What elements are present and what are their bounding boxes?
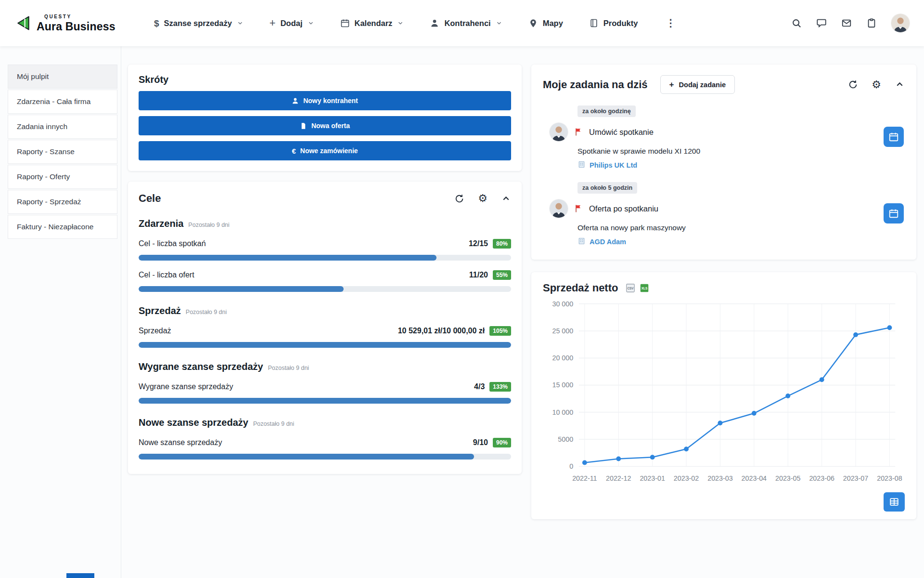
brand-top-label: QUESTY [44,14,116,19]
main-area: Skróty Nowy kontrahent Nowa oferta € Now… [121,46,924,578]
new-contractor-button[interactable]: Nowy kontrahent [139,91,511,110]
goal-section-remaining: Pozostało 9 dni [253,420,294,427]
goal-row: Wygrane szanse sprzedaży 4/3 133% [139,382,511,404]
nav-item-mapy[interactable]: Mapy [528,18,563,28]
sidebar-item-raporty-oferty[interactable]: Raporty - Oferty [8,165,117,189]
brand-logo[interactable]: QUESTY Aura Business [14,14,138,32]
task-company-link[interactable]: Philips UK Ltd [578,160,637,170]
main-nav: $ Szanse sprzedaży + Dodaj Kalendarz [154,17,678,29]
goal-section-remaining: Pozostało 9 dni [188,222,229,228]
goal-label: Cel - liczba ofert [139,271,194,279]
settings-gear-icon[interactable]: ⚙ [872,79,881,90]
calendar-icon [340,18,350,28]
navbar-tools [791,14,910,32]
new-order-button[interactable]: € Nowe zamówienie [139,141,511,160]
sidebar-item-zdarzenia-cala-firma[interactable]: Zdarzenia - Cała firma [8,90,117,114]
collapse-chevron-icon[interactable] [501,194,511,204]
svg-text:2023-03: 2023-03 [707,474,733,482]
chevron-down-icon [397,20,404,26]
sidebar-item-label: Mój pulpit [17,72,49,81]
button-label: Dodaj zadanie [679,81,726,89]
company-name: Philips UK Ltd [590,161,637,169]
nav-item-label: Kontrahenci [444,19,490,28]
task-calendar-button[interactable] [884,203,904,223]
csv-export-icon[interactable]: CSV [625,283,636,293]
svg-text:CSV: CSV [628,287,634,290]
sidebar-item-label: Zdarzenia - Cała firma [17,97,90,106]
clipboard-icon[interactable] [866,18,877,28]
progress-bar [139,342,511,348]
sidebar-item-label: Raporty - Sprzedaż [17,197,81,206]
svg-text:XLS: XLS [642,287,648,290]
page-content: Mój pulpit Zdarzenia - Cała firma Zadani… [0,46,924,578]
refresh-icon[interactable] [454,194,464,204]
search-icon[interactable] [791,18,802,28]
goal-percent-badge: 133% [489,382,511,392]
shortcuts-title: Skróty [139,74,511,85]
add-task-button[interactable]: + Dodaj zadanie [660,75,735,94]
company-name: AGD Adam [590,238,626,246]
nav-item-kontrahenci[interactable]: Kontrahenci [430,18,502,28]
goal-row: Nowe szanse sprzedaży 9/10 90% [139,438,511,460]
goal-value: 12/15 [469,239,488,248]
sidebar-item-label: Faktury - Niezapłacone [17,223,93,231]
sales-chart: 0500010 00015 00020 00025 00030 0002022-… [543,296,905,490]
goals-title: Cele [139,192,161,205]
nav-item-dodaj[interactable]: + Dodaj [270,18,314,28]
person-icon [430,18,439,28]
goal-value: 10 529,01 zł/10 000,00 zł [398,327,485,335]
goal-value: 4/3 [474,382,485,391]
new-offer-button[interactable]: Nowa oferta [139,116,511,135]
sidebar-item-raporty-szanse[interactable]: Raporty - Szanse [8,140,117,164]
goal-percent-badge: 90% [493,438,511,447]
refresh-icon[interactable] [848,79,858,90]
sidebar-item-label: Zadania innych [17,122,67,131]
chat-icon[interactable] [816,18,827,28]
task-title[interactable]: Oferta po spotkaniu [589,204,658,213]
svg-text:2023-08: 2023-08 [877,474,902,482]
task-time-badge: za około godzinę [578,105,636,117]
document-icon [300,122,307,130]
goal-row: Sprzedaż 10 529,01 zł/10 000,00 zł 105% [139,326,511,348]
task-assignee-avatar [550,199,568,218]
goal-row: Cel - liczba ofert 11/20 55% [139,270,511,292]
questy-logo-icon [14,14,32,32]
goal-label: Wygrane szanse sprzedaży [139,382,233,391]
nav-item-label: Produkty [603,19,638,28]
task-item: za około 5 godzin Oferta po spotkaniu Of… [543,182,905,247]
sidebar-item-moj-pulpit[interactable]: Mój pulpit [8,65,117,89]
settings-gear-icon[interactable]: ⚙ [478,193,488,204]
button-label: Nowy kontrahent [303,97,358,105]
sidebar-item-zadania-innych[interactable]: Zadania innych [8,115,117,139]
brand-name-label: Aura Business [37,21,116,32]
nav-item-produkty[interactable]: Produkty [589,18,638,28]
svg-text:2023-04: 2023-04 [742,474,767,482]
nav-item-szanse-sprzedazy[interactable]: $ Szanse sprzedaży [154,19,244,28]
task-company-link[interactable]: AGD Adam [578,237,626,247]
svg-text:2023-02: 2023-02 [674,474,699,482]
sidebar-item-label: Raporty - Szanse [17,147,75,156]
svg-text:25 000: 25 000 [552,327,573,335]
progress-bar [139,398,511,404]
table-view-button[interactable] [884,492,905,512]
chart-title: Sprzedaż netto [543,282,618,294]
task-assignee-avatar [550,123,568,141]
sidebar-item-raporty-sprzedaz[interactable]: Raporty - Sprzedaż [8,190,117,214]
goal-row: Cel - liczba spotkań 12/15 80% [139,239,511,261]
goal-label: Sprzedaż [139,327,171,335]
plus-icon: + [669,80,674,89]
task-title[interactable]: Umówić spotkanie [589,128,654,137]
xls-export-icon[interactable]: XLS [639,283,650,293]
user-avatar[interactable] [891,14,910,32]
task-time-badge: za około 5 godzin [578,182,637,194]
mail-icon[interactable] [841,18,852,28]
bottom-accent-bar [66,573,94,578]
task-calendar-button[interactable] [884,127,904,147]
sidebar-item-faktury-niezaplacone[interactable]: Faktury - Niezapłacone [8,215,117,239]
svg-text:15 000: 15 000 [552,381,573,389]
more-menu-icon[interactable]: ⋮ [664,17,678,29]
collapse-chevron-icon[interactable] [895,79,905,90]
nav-item-kalendarz[interactable]: Kalendarz [340,18,404,28]
priority-flag-icon [574,204,583,213]
nav-item-label: Kalendarz [355,19,393,28]
